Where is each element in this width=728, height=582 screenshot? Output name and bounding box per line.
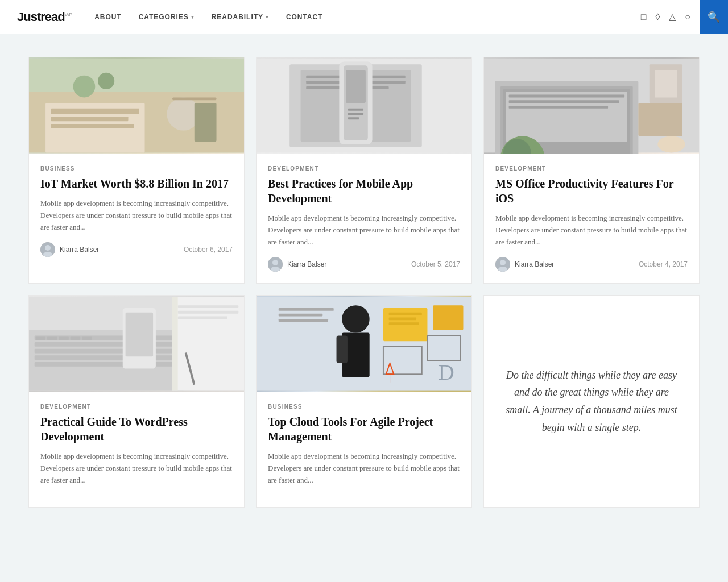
svg-rect-22 xyxy=(346,70,366,103)
site-logo[interactable]: JustreadWP xyxy=(17,10,72,24)
card-1-date: October 6, 2017 xyxy=(184,246,233,253)
card-3-date: October 4, 2017 xyxy=(639,260,688,268)
svg-rect-63 xyxy=(178,317,228,319)
instagram-icon[interactable]: ○ xyxy=(685,12,690,22)
card-3-excerpt: Mobile app development is becoming incre… xyxy=(495,213,688,248)
svg-rect-74 xyxy=(389,323,419,326)
svg-rect-40 xyxy=(638,103,682,136)
github-icon[interactable]: △ xyxy=(669,11,676,22)
card-4-body: DEVELOPMENT Practical Guide To WordPress… xyxy=(29,392,244,506)
twitter-icon[interactable]: ◊ xyxy=(655,12,660,22)
avatar xyxy=(495,257,510,272)
card-2-title[interactable]: Best Practices for Mobile App Developmen… xyxy=(268,176,460,206)
svg-rect-56 xyxy=(71,337,80,340)
svg-rect-78 xyxy=(279,308,334,311)
svg-rect-7 xyxy=(172,97,217,100)
card-2: DEVELOPMENT Best Practices for Mobile Ap… xyxy=(256,57,472,284)
facebook-icon[interactable]: □ xyxy=(641,12,647,22)
navbar-left: JustreadWP ABOUT CATEGORIES ▾ READABILIT… xyxy=(17,10,322,24)
quote-card: Do the difficult things while they are e… xyxy=(483,295,700,507)
nav-links: ABOUT CATEGORIES ▾ READABILITY ▾ CONTACT xyxy=(94,13,322,21)
card-4-excerpt: Mobile app development is becoming incre… xyxy=(40,451,233,486)
card-2-image xyxy=(257,57,471,154)
svg-rect-73 xyxy=(389,318,416,321)
card-3-title[interactable]: MS Office Productivity Features For iOS xyxy=(495,176,688,206)
svg-rect-52 xyxy=(35,362,178,367)
card-1-svg xyxy=(29,57,244,154)
quote-text: Do the difficult things while they are e… xyxy=(501,367,682,436)
svg-text:D: D xyxy=(439,360,454,384)
svg-rect-64 xyxy=(172,297,178,391)
card-1-meta: Kiarra Balser October 6, 2017 xyxy=(40,242,233,257)
svg-rect-53 xyxy=(36,337,46,340)
card-5-image: D xyxy=(257,296,471,392)
card-5-title[interactable]: Top Cloud Tools For Agile Project Manage… xyxy=(268,414,460,444)
svg-rect-23 xyxy=(348,109,363,111)
svg-rect-59 xyxy=(126,313,153,357)
card-4-title[interactable]: Practical Guide To WordPress Development xyxy=(40,414,233,444)
nav-readability[interactable]: READABILITY ▾ xyxy=(212,13,269,21)
navbar-right: □ ◊ △ ○ 🔍 xyxy=(641,0,711,34)
card-3: DEVELOPMENT MS Office Productivity Featu… xyxy=(483,57,700,284)
svg-rect-61 xyxy=(178,306,239,309)
logo-text: Justread xyxy=(17,10,65,24)
card-1-title[interactable]: IoT Market Worth $8.8 Billion In 2017 xyxy=(40,176,233,191)
card-2-author-name: Kiarra Balser xyxy=(287,260,326,268)
search-button[interactable]: 🔍 xyxy=(700,0,728,34)
card-5-body: BUSINESS Top Cloud Tools For Agile Proje… xyxy=(257,392,471,506)
svg-point-39 xyxy=(657,136,685,152)
card-2-excerpt: Mobile app development is becoming incre… xyxy=(268,213,460,248)
cards-grid: BUSINESS IoT Market Worth $8.8 Billion I… xyxy=(28,57,700,508)
card-3-meta: Kiarra Balser October 4, 2017 xyxy=(495,257,688,272)
card-2-category: DEVELOPMENT xyxy=(268,165,460,172)
svg-rect-38 xyxy=(655,70,677,97)
svg-point-68 xyxy=(342,306,369,333)
svg-rect-54 xyxy=(47,337,57,340)
svg-point-44 xyxy=(500,260,506,265)
svg-rect-75 xyxy=(433,306,463,331)
svg-point-10 xyxy=(98,73,114,89)
nav-contact[interactable]: CONTACT xyxy=(286,13,323,21)
card-3-image xyxy=(484,57,699,154)
nav-about[interactable]: ABOUT xyxy=(94,13,121,21)
card-2-author: Kiarra Balser xyxy=(268,257,326,272)
card-1-author-name: Kiarra Balser xyxy=(60,246,99,253)
avatar xyxy=(40,242,55,257)
svg-rect-8 xyxy=(195,103,217,142)
svg-rect-51 xyxy=(35,356,178,360)
card-3-svg xyxy=(484,57,699,154)
svg-rect-72 xyxy=(389,313,422,315)
card-5-svg: D xyxy=(257,296,471,392)
card-3-author-name: Kiarra Balser xyxy=(515,260,554,268)
card-3-author: Kiarra Balser xyxy=(495,257,554,272)
card-1-author: Kiarra Balser xyxy=(40,242,99,257)
card-3-category: DEVELOPMENT xyxy=(495,165,688,172)
card-2-meta: Kiarra Balser October 5, 2017 xyxy=(268,257,460,272)
navbar: JustreadWP ABOUT CATEGORIES ▾ READABILIT… xyxy=(0,0,728,34)
card-1-excerpt: Mobile app development is becoming incre… xyxy=(40,198,233,233)
svg-rect-34 xyxy=(509,95,625,98)
chevron-down-icon: ▾ xyxy=(191,14,195,20)
svg-rect-80 xyxy=(279,319,328,322)
card-5: D BUSINESS Top Cloud Tools For Agile Pro… xyxy=(256,295,472,507)
card-4-image xyxy=(29,296,244,392)
svg-rect-5 xyxy=(51,124,134,128)
svg-rect-24 xyxy=(348,113,363,115)
card-1-category: BUSINESS xyxy=(40,165,233,172)
chevron-down-icon: ▾ xyxy=(266,14,269,20)
svg-rect-57 xyxy=(82,337,92,340)
card-2-body: DEVELOPMENT Best Practices for Mobile Ap… xyxy=(257,154,471,283)
avatar xyxy=(268,257,283,272)
svg-rect-3 xyxy=(51,109,139,114)
nav-categories[interactable]: CATEGORIES ▾ xyxy=(139,13,195,21)
card-4: DEVELOPMENT Practical Guide To WordPress… xyxy=(28,295,245,507)
svg-point-9 xyxy=(73,76,96,98)
card-3-body: DEVELOPMENT MS Office Productivity Featu… xyxy=(484,154,699,283)
svg-rect-4 xyxy=(51,117,129,121)
card-4-category: DEVELOPMENT xyxy=(40,404,233,410)
svg-rect-35 xyxy=(509,100,619,103)
card-5-category: BUSINESS xyxy=(268,404,460,410)
svg-rect-33 xyxy=(506,92,627,142)
card-4-svg xyxy=(29,296,244,392)
svg-point-27 xyxy=(272,260,278,265)
